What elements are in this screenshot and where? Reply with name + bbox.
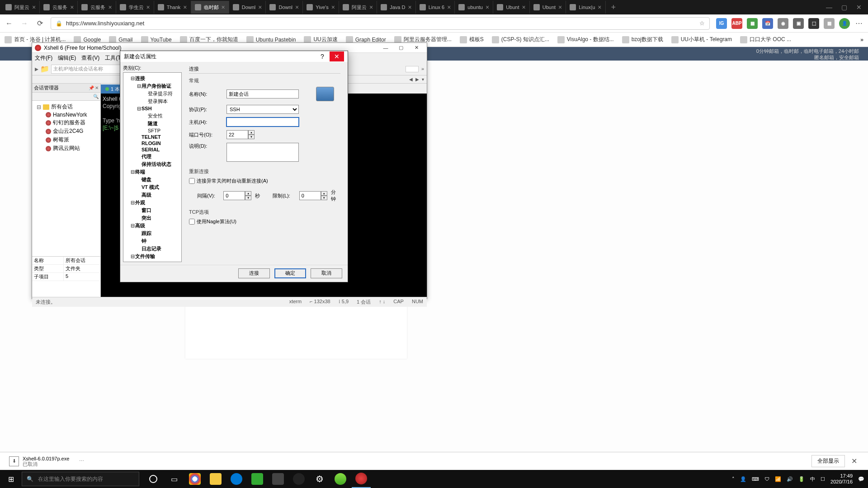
tb-nav-left[interactable]: ◀	[409, 77, 413, 82]
session-item[interactable]: 钉钉的服务器	[33, 118, 99, 127]
task-cortana[interactable]	[144, 470, 163, 488]
tray-ime[interactable]: ⌨	[752, 476, 759, 482]
name-input[interactable]	[226, 89, 299, 99]
category-item[interactable]: ⊟用户身份验证	[124, 82, 180, 90]
task-app1[interactable]	[248, 470, 267, 488]
download-showall-button[interactable]: 全部显示	[811, 455, 845, 467]
menu-item[interactable]: 文件(F)	[35, 54, 52, 62]
browser-tab[interactable]: Downl×	[229, 1, 266, 14]
task-obs[interactable]	[289, 470, 308, 488]
bookmark-item[interactable]: bzoj数据下载	[622, 36, 663, 43]
desc-textarea[interactable]	[226, 143, 299, 162]
task-xshell[interactable]	[352, 470, 371, 488]
tray-notifications[interactable]: 💬	[858, 476, 864, 482]
browser-tab[interactable]: 阿里云×	[339, 1, 377, 14]
session-item[interactable]: 金山云2C4G	[33, 127, 99, 136]
browser-tab[interactable]: Thank×	[154, 1, 191, 14]
category-item[interactable]: 登录脚本	[124, 98, 180, 105]
category-item[interactable]: TELNET	[124, 134, 180, 140]
task-settings[interactable]: ⚙	[310, 470, 329, 488]
interval-input[interactable]	[223, 191, 245, 200]
bookmarks-overflow[interactable]: »	[860, 37, 863, 43]
browser-tab[interactable]: 阿里云×	[2, 1, 40, 14]
ext-icon-5[interactable]: ◉	[778, 18, 788, 29]
interval-spinner[interactable]: ▲▼	[223, 191, 251, 200]
ext-icon-4[interactable]: 📅	[762, 18, 773, 29]
task-edge[interactable]	[227, 470, 246, 488]
panel-close-icon[interactable]: ✕	[95, 85, 99, 90]
taskbar-search[interactable]: 🔍 在这里输入你要搜索的内容	[22, 472, 139, 486]
category-item[interactable]: VT 模式	[124, 183, 180, 191]
dialog-close-button[interactable]: ✕	[330, 52, 344, 61]
xshell-close[interactable]: ✕	[409, 43, 424, 52]
ok-button[interactable]: 确定	[274, 268, 306, 278]
session-search-icon[interactable]: 🔍	[93, 94, 99, 99]
spin-up[interactable]: ▲	[248, 130, 255, 135]
session-root[interactable]: ⊟ 所有会话	[33, 103, 99, 111]
session-tree[interactable]: ⊟ 所有会话 HansNewYork钉钉的服务器金山云2C4G树莓派腾讯云网站	[32, 101, 100, 256]
nagle-checkbox[interactable]	[189, 219, 195, 225]
browser-tab[interactable]: 临时邮×	[191, 1, 229, 14]
category-item[interactable]: ⊟文件传输	[124, 253, 180, 260]
category-item[interactable]: 安全性	[124, 112, 180, 120]
bookmark-item[interactable]: (CSP-S) 知识点汇...	[492, 36, 549, 43]
ext-icon-8[interactable]: ▦	[824, 18, 835, 29]
tray-wifi[interactable]: 📶	[775, 476, 781, 482]
minimize-button[interactable]: —	[826, 4, 832, 11]
category-tree[interactable]: ⊟连接⊟用户身份验证登录提示符登录脚本⊟SSH安全性隧道SFTPTELNETRL…	[123, 72, 182, 262]
tray-expand[interactable]: ˄	[732, 476, 735, 482]
category-item[interactable]: X/YMODEM	[124, 260, 180, 262]
tray-battery[interactable]: 🔋	[798, 476, 805, 482]
connect-button[interactable]: 连接	[238, 268, 270, 278]
category-item[interactable]: ⊟高级	[124, 222, 180, 230]
spin-down[interactable]: ▼	[248, 135, 255, 139]
forward-button[interactable]: →	[20, 19, 29, 28]
browser-tab[interactable]: Ubunt×	[530, 1, 566, 14]
category-item[interactable]: 键盘	[124, 176, 180, 183]
category-item[interactable]: 登录提示符	[124, 90, 180, 98]
tray-volume[interactable]: 🔊	[787, 476, 793, 482]
category-item[interactable]: 突出	[124, 214, 180, 222]
browser-tab[interactable]: 学生云×	[116, 1, 154, 14]
ext-icon-6[interactable]: ▣	[793, 18, 804, 29]
browser-tab[interactable]: Ubunt×	[493, 1, 530, 14]
category-item[interactable]: ⊟外观	[124, 199, 180, 206]
protocol-select[interactable]: SSH	[226, 105, 299, 114]
auto-reconnect-checkbox[interactable]	[189, 178, 195, 184]
limit-input[interactable]	[299, 191, 321, 200]
host-input[interactable]	[226, 117, 299, 127]
tray-lang[interactable]: 中	[810, 476, 815, 483]
browser-tab[interactable]: Yive's×	[303, 1, 339, 14]
close-button[interactable]: ✕	[856, 4, 862, 11]
task-explorer[interactable]	[206, 470, 225, 488]
browser-tab[interactable]: ubuntu×	[455, 1, 493, 14]
category-item[interactable]: SFTP	[124, 127, 180, 134]
tray-people[interactable]: 👤	[740, 476, 746, 482]
ext-icon-1[interactable]: IG	[716, 18, 727, 29]
browser-tab[interactable]: 云服务×	[78, 1, 116, 14]
bookmark-item[interactable]: UU小草机 - Telegram	[671, 36, 732, 43]
download-close-button[interactable]: ✕	[845, 457, 863, 465]
browser-tab[interactable]: Linux 6×	[416, 1, 455, 14]
browser-tab[interactable]: Downl×	[266, 1, 303, 14]
cancel-button[interactable]: 取消	[311, 268, 342, 278]
refresh-button[interactable]: ⟳	[35, 19, 44, 28]
toolbar-folder-icon[interactable]: ▸ 📁	[35, 65, 49, 73]
task-view[interactable]: ▭	[165, 470, 184, 488]
maximize-button[interactable]: ▢	[841, 4, 847, 11]
tb-nav-right[interactable]: ▶	[415, 77, 419, 82]
category-item[interactable]: ⊟连接	[124, 75, 180, 82]
panel-pin-icon[interactable]: 📌	[89, 85, 94, 90]
port-input[interactable]	[226, 130, 248, 139]
category-item[interactable]: 代理	[124, 153, 180, 160]
back-button[interactable]: ←	[5, 19, 14, 28]
browser-tab[interactable]: Linux(u×	[566, 1, 605, 14]
task-app2[interactable]	[269, 470, 288, 488]
download-item[interactable]: ⬇ Xshell-6.0.0197p.exe 已取消	[5, 454, 74, 469]
bookmark-item[interactable]: 模板S	[460, 36, 484, 43]
session-item[interactable]: HansNewYork	[33, 111, 99, 118]
start-button[interactable]: ⊞	[0, 470, 22, 488]
category-item[interactable]: 保持活动状态	[124, 160, 180, 168]
category-item[interactable]: ⊟终端	[124, 168, 180, 176]
session-item[interactable]: 树莓派	[33, 136, 99, 144]
